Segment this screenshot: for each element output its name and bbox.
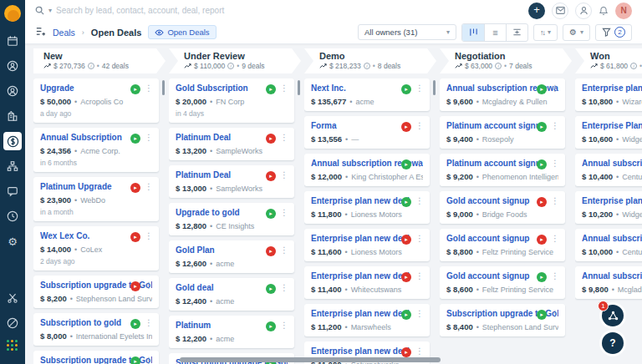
card-menu-icon[interactable]: ⋮ [145,318,153,327]
card-menu-icon[interactable]: ⋮ [280,283,288,292]
clock-icon[interactable] [3,207,22,225]
deal-card[interactable]: Platinum ▸ ⋮ $ 12,200 • acme [169,316,294,348]
deal-status-icon[interactable]: ▸ [401,197,411,207]
deal-card[interactable]: Annual subscription renewal $ 9,800 • Mc… [575,266,642,299]
card-menu-icon[interactable]: ⋮ [415,121,424,130]
card-menu-icon[interactable]: ⋮ [551,309,559,318]
deal-account[interactable]: Century Comm [622,248,642,256]
deal-status-icon[interactable]: ▸ [130,319,140,329]
user-avatar[interactable]: N [615,3,632,19]
deal-account[interactable]: Marswheels [351,323,391,331]
deal-account[interactable]: Lioness Motors [351,210,402,219]
deal-card[interactable]: Wex Lex Co. ▸ ⋮ $ 14,000 • CoLex 2 days … [33,226,159,270]
deal-status-icon[interactable]: ▸ [537,84,547,94]
deal-account[interactable]: Mcgladrey & Pu [618,286,642,294]
deal-status-icon[interactable]: ▸ [401,159,411,169]
card-menu-icon[interactable]: ⋮ [280,133,288,142]
deal-account[interactable]: CE Insights [216,222,254,230]
deal-account[interactable]: acme [216,297,234,306]
card-menu-icon[interactable]: ⋮ [145,83,153,93]
info-icon[interactable]: i [364,63,370,69]
deal-card[interactable]: Platinum Upgrade ▸ ⋮ $ 23,900 • WebDo in… [33,177,159,221]
deal-status-icon[interactable]: ▸ [266,84,276,94]
deal-account[interactable]: Feltz Printing Service [482,286,553,294]
deal-card[interactable]: Enterprise plan new deal $ 10,800 • Wiza… [575,78,642,111]
deal-card[interactable]: Enterprise plan new deal ▸ ⋮ $ 11,400 • … [304,266,430,299]
filters-button[interactable]: 2 [595,24,632,41]
search-icon[interactable] [35,3,44,18]
card-menu-icon[interactable]: ⋮ [415,346,424,356]
saved-view-badge[interactable]: Open Deals [148,25,216,39]
info-icon[interactable]: i [495,63,502,69]
deal-card[interactable]: Gold account signup ▸ ⋮ $ 8,800 • Feltz … [440,229,565,261]
deal-card[interactable]: Gold account signup ▸ ⋮ $ 8,600 • Feltz … [440,266,565,299]
deal-status-icon[interactable]: ▸ [266,284,276,294]
deal-card[interactable]: Platinum Deal ▸ ⋮ $ 13,200 • SampleWorks [169,128,294,160]
deal-status-icon[interactable]: ▸ [130,232,140,242]
deal-account[interactable]: acme [355,98,374,106]
compass-icon[interactable] [3,314,22,332]
card-menu-icon[interactable]: ⋮ [280,321,288,330]
card-menu-icon[interactable]: ⋮ [145,356,153,364]
deal-account[interactable]: acme [216,335,234,343]
card-menu-icon[interactable]: ⋮ [145,281,153,290]
board-settings-button[interactable]: ⚙ ▾ [563,24,590,41]
deal-account[interactable]: Wizardbar [622,98,642,106]
deal-card[interactable]: Gold deal ▸ ⋮ $ 12,400 • acme [169,278,294,311]
deal-status-icon[interactable]: ▸ [266,134,276,144]
column-scrollbar-thumb[interactable] [298,80,300,95]
settings-gear-icon[interactable]: ⚙ [3,232,22,250]
deal-status-icon[interactable]: ▸ [130,183,140,193]
info-icon[interactable]: i [227,63,234,69]
deal-account[interactable]: SampleWorks [216,185,262,193]
deal-card[interactable]: Annual Subscription ▸ ⋮ $ 24,356 • Acme … [33,128,159,172]
deal-card[interactable]: Gold Plan ▸ ⋮ $ 12,600 • acme [169,240,294,273]
deal-card[interactable]: Enterprise plan new deal $ 10,200 • Widg… [575,191,642,224]
accounts-building-icon[interactable] [3,107,22,125]
deal-account[interactable]: Whitecutswans [351,286,402,294]
deal-status-icon[interactable]: ▸ [537,197,547,207]
deal-card[interactable]: Subscription upgrade to Gold ▸ ⋮ $ 7,800… [33,351,159,364]
deal-card[interactable]: Platinum account signup ▸ ⋮ $ 9,400 • Ro… [440,116,565,149]
deal-card[interactable]: Gold Subscription ▸ ⋮ $ 20,000 • FN Corp… [169,78,294,123]
card-menu-icon[interactable]: ⋮ [280,245,288,255]
freshworks-logo[interactable] [4,5,21,22]
pipeline-view-icon[interactable] [35,25,46,40]
deal-status-icon[interactable]: ▸ [537,122,547,132]
deal-status-icon[interactable]: ▸ [401,122,411,132]
deal-card[interactable]: Upgrade to gold ▸ ⋮ $ 12,800 • CE Insigh… [169,203,294,235]
deal-status-icon[interactable]: ▸ [401,84,411,94]
deal-title[interactable]: Enterprise plan new deal [582,83,642,93]
deal-card[interactable]: Annual subscription renewal $ 10,400 • C… [575,154,642,186]
search-scope-caret-icon[interactable]: ▾ [48,7,52,14]
deal-status-icon[interactable]: ▸ [401,347,411,357]
deal-card[interactable]: Subscription upgrade to Gold ▸ ⋮ $ 8,200… [33,276,159,308]
deal-account[interactable]: King Christopher A Esq [351,173,423,181]
card-menu-icon[interactable]: ⋮ [551,271,559,281]
deal-card[interactable]: Platinum account signup ▸ ⋮ $ 9,200 • Ph… [440,154,565,186]
deal-status-icon[interactable]: ▸ [266,321,276,331]
scissors-icon[interactable] [3,289,22,307]
apps-grid-icon[interactable] [3,339,22,357]
forecast-view-button[interactable] [506,24,527,41]
card-menu-icon[interactable]: ⋮ [280,170,288,179]
deal-status-icon[interactable]: ▸ [130,281,140,291]
assistant-bot-button[interactable]: 1 [602,305,624,326]
deal-title[interactable]: Annual subscription renewal [582,159,642,168]
deal-account[interactable]: Lioness Motors [351,248,402,256]
deal-card[interactable]: Annual subscription renewals ▸ ⋮ $ 12,00… [304,154,430,186]
search-input[interactable] [56,6,307,15]
deal-account[interactable]: International Eyelets Inc. [76,332,152,341]
card-menu-icon[interactable]: ⋮ [145,133,153,142]
deal-card[interactable]: Gold account signup ▸ ⋮ $ 9,000 • Bridge… [440,191,565,224]
card-menu-icon[interactable]: ⋮ [551,196,559,205]
card-menu-icon[interactable]: ⋮ [280,208,288,217]
deal-status-icon[interactable]: ▸ [401,235,411,245]
deal-account[interactable]: Stephenson Land Surveying [482,323,558,331]
deal-card[interactable]: Annual subscription $ 10,000 • Century C… [575,229,642,261]
card-menu-icon[interactable]: ⋮ [280,83,288,93]
deal-account[interactable]: Feltz Printing Service [482,248,553,256]
deal-status-icon[interactable]: ▸ [537,159,547,169]
card-menu-icon[interactable]: ⋮ [415,196,424,205]
deal-status-icon[interactable]: ▸ [266,171,276,181]
